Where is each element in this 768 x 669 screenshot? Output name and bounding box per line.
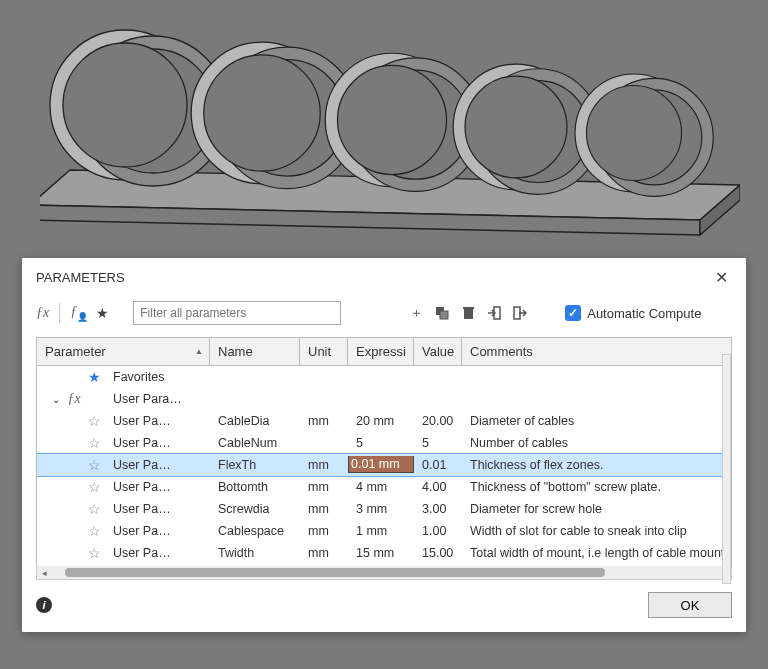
cell-parameter: User Pa… [105, 524, 210, 538]
parameters-dialog: PARAMETERS ✕ ƒx ƒ👤 ★ ＋ ✓ Automatic Compu… [22, 258, 746, 632]
star-icon[interactable]: ★ [96, 305, 109, 321]
cell-value: 15.00 [414, 546, 462, 560]
cell-name: Screwdia [210, 502, 300, 516]
delete-icon[interactable] [459, 304, 477, 322]
cell-comments: Thickness of "bottom" screw plate. [462, 480, 731, 494]
cell-unit: mm [300, 546, 348, 560]
col-parameter[interactable]: Parameter [37, 338, 210, 365]
svg-point-7 [63, 43, 187, 167]
cell-parameter: User Pa… [105, 502, 210, 516]
cell-comments: Diameter for screw hole [462, 502, 731, 516]
favorites-group[interactable]: ★ Favorites [37, 366, 731, 388]
dialog-title: PARAMETERS [36, 270, 125, 285]
horizontal-scrollbar[interactable]: ◂ ▸ [36, 566, 732, 580]
ok-button[interactable]: OK [648, 592, 732, 618]
cell-comments: Number of cables [462, 436, 731, 450]
svg-point-11 [204, 55, 320, 171]
table-row[interactable]: ☆User Pa…Bottomthmm4 mm4.00Thickness of … [37, 476, 731, 498]
cell-comments: Width of slot for cable to sneak into cl… [462, 524, 731, 538]
cell-name: CableDia [210, 414, 300, 428]
cell-value: 1.00 [414, 524, 462, 538]
cell-name: FlexTh [210, 458, 300, 472]
star-outline-icon[interactable]: ☆ [88, 435, 101, 451]
cell-value: 3.00 [414, 502, 462, 516]
cell-expression[interactable]: 5 [348, 436, 414, 450]
svg-rect-26 [464, 309, 473, 319]
user-parameters-group[interactable]: ⌄ ƒx User Para… [37, 388, 731, 410]
cell-unit: mm [300, 524, 348, 538]
cell-parameter: User Pa… [105, 414, 210, 428]
automatic-compute-toggle[interactable]: ✓ Automatic Compute [565, 305, 701, 321]
filter-input[interactable] [133, 301, 341, 325]
col-expression[interactable]: Expressi [348, 338, 414, 365]
cell-parameter: User Pa… [105, 546, 210, 560]
add-icon[interactable]: ＋ [407, 304, 425, 322]
svg-rect-25 [440, 311, 448, 319]
star-outline-icon[interactable]: ☆ [88, 501, 101, 517]
svg-point-15 [337, 65, 446, 174]
cell-comments: Diameter of cables [462, 414, 731, 428]
cell-value: 4.00 [414, 480, 462, 494]
automatic-compute-label: Automatic Compute [587, 306, 701, 321]
star-outline-icon[interactable]: ☆ [88, 523, 101, 539]
cell-name: CableNum [210, 436, 300, 450]
fx-user-icon[interactable]: ƒ👤 [70, 304, 88, 322]
table-row[interactable]: ☆User Pa…FlexThmm0.01 mm0.01Thickness of… [37, 454, 731, 476]
table-row[interactable]: ☆User Pa…Cablespacemm1 mm1.00Width of sl… [37, 520, 731, 542]
export-icon[interactable] [511, 304, 529, 322]
svg-rect-27 [463, 307, 474, 309]
chevron-down-icon: ⌄ [51, 394, 61, 405]
checkbox-checked-icon: ✓ [565, 305, 581, 321]
table-header: Parameter Name Unit Expressi Value Comme… [37, 338, 731, 366]
fx-icon: ƒx [67, 391, 80, 406]
cell-value: 0.01 [414, 458, 462, 472]
separator [59, 303, 60, 323]
cell-expression[interactable]: 0.01 mm [348, 456, 414, 475]
cell-comments: Total width of mount, i.e length of cabl… [462, 546, 731, 560]
cell-expression[interactable]: 20 mm [348, 414, 414, 428]
cell-expression[interactable]: 3 mm [348, 502, 414, 516]
col-unit[interactable]: Unit [300, 338, 348, 365]
cell-unit: mm [300, 480, 348, 494]
col-comments[interactable]: Comments [462, 338, 731, 365]
col-value[interactable]: Value [414, 338, 462, 365]
star-outline-icon[interactable]: ☆ [88, 457, 101, 473]
close-icon: ✕ [715, 269, 728, 286]
vertical-scrollbar[interactable] [722, 354, 731, 584]
table-row[interactable]: ☆User Pa…Twidthmm15 mm15.00Total width o… [37, 542, 731, 564]
viewport-3d-model [40, 20, 740, 240]
table-row[interactable]: ☆User Pa…Screwdiamm3 mm3.00Diameter for … [37, 498, 731, 520]
star-outline-icon[interactable]: ☆ [88, 545, 101, 561]
star-outline-icon[interactable]: ☆ [88, 413, 101, 429]
close-button[interactable]: ✕ [711, 268, 732, 287]
cell-value: 5 [414, 436, 462, 450]
table-row[interactable]: ☆User Pa…CableDiamm20 mm20.00Diameter of… [37, 410, 731, 432]
cell-expression[interactable]: 1 mm [348, 524, 414, 538]
star-filled-icon: ★ [88, 369, 101, 385]
cell-name: Twidth [210, 546, 300, 560]
cell-parameter: User Pa… [105, 458, 210, 472]
cell-name: Bottomth [210, 480, 300, 494]
cell-comments: Thickness of flex zones. [462, 458, 731, 472]
svg-point-23 [586, 85, 681, 180]
cell-expression[interactable]: 15 mm [348, 546, 414, 560]
svg-point-19 [465, 76, 567, 178]
star-outline-icon[interactable]: ☆ [88, 479, 101, 495]
table-row[interactable]: ☆User Pa…CableNum55Number of cables [37, 432, 731, 454]
expression-input[interactable]: 0.01 mm [349, 456, 413, 472]
cell-unit: mm [300, 458, 348, 472]
toolbar: ƒx ƒ👤 ★ ＋ ✓ Automatic Compute [22, 295, 746, 333]
col-name[interactable]: Name [210, 338, 300, 365]
info-icon[interactable]: i [36, 597, 52, 613]
fx-icon[interactable]: ƒx [36, 305, 49, 321]
cell-parameter: User Pa… [105, 436, 210, 450]
cell-expression[interactable]: 4 mm [348, 480, 414, 494]
cell-unit: mm [300, 414, 348, 428]
cell-name: Cablespace [210, 524, 300, 538]
parameters-table: Parameter Name Unit Expressi Value Comme… [36, 337, 732, 566]
copy-icon[interactable] [433, 304, 451, 322]
cell-unit: mm [300, 502, 348, 516]
cell-parameter: User Pa… [105, 480, 210, 494]
scroll-left-icon: ◂ [37, 568, 51, 578]
import-icon[interactable] [485, 304, 503, 322]
